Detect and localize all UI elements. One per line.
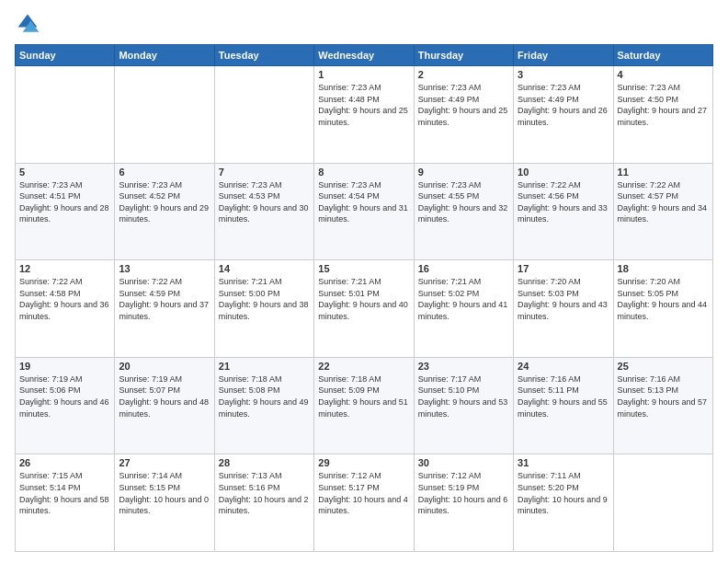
calendar-cell: 16Sunrise: 7:21 AM Sunset: 5:02 PM Dayli… bbox=[414, 260, 513, 358]
day-info: Sunrise: 7:23 AM Sunset: 4:54 PM Dayligh… bbox=[318, 179, 409, 225]
day-info: Sunrise: 7:23 AM Sunset: 4:49 PM Dayligh… bbox=[518, 82, 609, 128]
calendar-cell bbox=[16, 66, 115, 164]
calendar-cell bbox=[115, 66, 214, 164]
calendar-cell: 13Sunrise: 7:22 AM Sunset: 4:59 PM Dayli… bbox=[115, 260, 214, 358]
day-number: 26 bbox=[19, 457, 110, 468]
day-number: 12 bbox=[19, 263, 110, 274]
day-number: 5 bbox=[19, 167, 110, 178]
day-info: Sunrise: 7:14 AM Sunset: 5:15 PM Dayligh… bbox=[119, 470, 210, 516]
day-number: 30 bbox=[418, 457, 509, 468]
calendar-cell: 31Sunrise: 7:11 AM Sunset: 5:20 PM Dayli… bbox=[514, 454, 613, 552]
calendar-cell: 28Sunrise: 7:13 AM Sunset: 5:16 PM Dayli… bbox=[214, 454, 313, 552]
day-info: Sunrise: 7:15 AM Sunset: 5:14 PM Dayligh… bbox=[19, 470, 110, 516]
day-number: 22 bbox=[318, 361, 409, 372]
calendar-cell: 21Sunrise: 7:18 AM Sunset: 5:08 PM Dayli… bbox=[214, 357, 313, 454]
calendar-cell: 9Sunrise: 7:23 AM Sunset: 4:55 PM Daylig… bbox=[414, 163, 513, 260]
day-info: Sunrise: 7:13 AM Sunset: 5:16 PM Dayligh… bbox=[219, 470, 310, 516]
logo bbox=[15, 11, 44, 37]
day-number: 3 bbox=[518, 69, 609, 80]
calendar-week-row: 5Sunrise: 7:23 AM Sunset: 4:51 PM Daylig… bbox=[16, 163, 713, 260]
day-info: Sunrise: 7:12 AM Sunset: 5:19 PM Dayligh… bbox=[418, 470, 509, 516]
calendar-cell: 19Sunrise: 7:19 AM Sunset: 5:06 PM Dayli… bbox=[16, 357, 115, 454]
day-info: Sunrise: 7:22 AM Sunset: 4:56 PM Dayligh… bbox=[518, 179, 609, 225]
calendar-cell: 27Sunrise: 7:14 AM Sunset: 5:15 PM Dayli… bbox=[115, 454, 214, 552]
calendar-cell: 12Sunrise: 7:22 AM Sunset: 4:58 PM Dayli… bbox=[16, 260, 115, 358]
calendar-cell: 4Sunrise: 7:23 AM Sunset: 4:50 PM Daylig… bbox=[613, 66, 712, 164]
day-number: 9 bbox=[418, 167, 509, 178]
day-info: Sunrise: 7:23 AM Sunset: 4:48 PM Dayligh… bbox=[318, 82, 409, 128]
weekday-header-thursday: Thursday bbox=[414, 45, 513, 66]
day-number: 1 bbox=[318, 69, 409, 80]
day-number: 2 bbox=[418, 69, 509, 80]
day-info: Sunrise: 7:19 AM Sunset: 5:07 PM Dayligh… bbox=[119, 373, 210, 419]
day-info: Sunrise: 7:23 AM Sunset: 4:55 PM Dayligh… bbox=[418, 179, 509, 225]
day-number: 29 bbox=[318, 457, 409, 468]
day-number: 7 bbox=[219, 167, 310, 178]
calendar-cell: 23Sunrise: 7:17 AM Sunset: 5:10 PM Dayli… bbox=[414, 357, 513, 454]
day-number: 21 bbox=[219, 361, 310, 372]
calendar-cell: 18Sunrise: 7:20 AM Sunset: 5:05 PM Dayli… bbox=[613, 260, 712, 358]
calendar-cell: 25Sunrise: 7:16 AM Sunset: 5:13 PM Dayli… bbox=[613, 357, 712, 454]
weekday-header-tuesday: Tuesday bbox=[214, 45, 313, 66]
day-info: Sunrise: 7:11 AM Sunset: 5:20 PM Dayligh… bbox=[518, 470, 609, 516]
day-number: 27 bbox=[119, 457, 210, 468]
day-number: 15 bbox=[318, 263, 409, 274]
calendar-cell: 15Sunrise: 7:21 AM Sunset: 5:01 PM Dayli… bbox=[314, 260, 414, 358]
day-info: Sunrise: 7:23 AM Sunset: 4:53 PM Dayligh… bbox=[219, 179, 310, 225]
calendar-week-row: 19Sunrise: 7:19 AM Sunset: 5:06 PM Dayli… bbox=[16, 357, 713, 454]
calendar-cell bbox=[613, 454, 712, 552]
weekday-header-friday: Friday bbox=[514, 45, 613, 66]
calendar-cell: 22Sunrise: 7:18 AM Sunset: 5:09 PM Dayli… bbox=[314, 357, 414, 454]
day-info: Sunrise: 7:16 AM Sunset: 5:13 PM Dayligh… bbox=[618, 373, 709, 419]
day-number: 4 bbox=[618, 69, 709, 80]
calendar-header-row: SundayMondayTuesdayWednesdayThursdayFrid… bbox=[16, 45, 713, 66]
day-info: Sunrise: 7:20 AM Sunset: 5:03 PM Dayligh… bbox=[518, 276, 609, 322]
day-number: 23 bbox=[418, 361, 509, 372]
day-info: Sunrise: 7:22 AM Sunset: 4:59 PM Dayligh… bbox=[119, 276, 210, 322]
calendar-cell: 6Sunrise: 7:23 AM Sunset: 4:52 PM Daylig… bbox=[115, 163, 214, 260]
day-info: Sunrise: 7:18 AM Sunset: 5:08 PM Dayligh… bbox=[219, 373, 310, 419]
day-info: Sunrise: 7:21 AM Sunset: 5:00 PM Dayligh… bbox=[219, 276, 310, 322]
day-info: Sunrise: 7:23 AM Sunset: 4:49 PM Dayligh… bbox=[418, 82, 509, 128]
day-number: 25 bbox=[618, 361, 709, 372]
day-number: 28 bbox=[219, 457, 310, 468]
day-info: Sunrise: 7:12 AM Sunset: 5:17 PM Dayligh… bbox=[318, 470, 409, 516]
day-number: 8 bbox=[318, 167, 409, 178]
day-number: 6 bbox=[119, 167, 210, 178]
calendar-cell: 7Sunrise: 7:23 AM Sunset: 4:53 PM Daylig… bbox=[214, 163, 313, 260]
calendar-week-row: 1Sunrise: 7:23 AM Sunset: 4:48 PM Daylig… bbox=[16, 66, 713, 164]
calendar-cell: 3Sunrise: 7:23 AM Sunset: 4:49 PM Daylig… bbox=[514, 66, 613, 164]
calendar-table: SundayMondayTuesdayWednesdayThursdayFrid… bbox=[15, 44, 713, 552]
day-info: Sunrise: 7:23 AM Sunset: 4:50 PM Dayligh… bbox=[618, 82, 709, 128]
calendar-cell: 1Sunrise: 7:23 AM Sunset: 4:48 PM Daylig… bbox=[314, 66, 414, 164]
day-info: Sunrise: 7:22 AM Sunset: 4:57 PM Dayligh… bbox=[618, 179, 709, 225]
calendar-cell: 30Sunrise: 7:12 AM Sunset: 5:19 PM Dayli… bbox=[414, 454, 513, 552]
weekday-header-sunday: Sunday bbox=[16, 45, 115, 66]
page: SundayMondayTuesdayWednesdayThursdayFrid… bbox=[0, 0, 728, 563]
day-info: Sunrise: 7:23 AM Sunset: 4:51 PM Dayligh… bbox=[19, 179, 110, 225]
calendar-cell: 11Sunrise: 7:22 AM Sunset: 4:57 PM Dayli… bbox=[613, 163, 712, 260]
day-info: Sunrise: 7:21 AM Sunset: 5:01 PM Dayligh… bbox=[318, 276, 409, 322]
day-number: 17 bbox=[518, 263, 609, 274]
calendar-cell bbox=[214, 66, 313, 164]
calendar-week-row: 12Sunrise: 7:22 AM Sunset: 4:58 PM Dayli… bbox=[16, 260, 713, 358]
calendar-cell: 17Sunrise: 7:20 AM Sunset: 5:03 PM Dayli… bbox=[514, 260, 613, 358]
weekday-header-monday: Monday bbox=[115, 45, 214, 66]
day-info: Sunrise: 7:16 AM Sunset: 5:11 PM Dayligh… bbox=[518, 373, 609, 419]
calendar-cell: 20Sunrise: 7:19 AM Sunset: 5:07 PM Dayli… bbox=[115, 357, 214, 454]
day-number: 31 bbox=[518, 457, 609, 468]
day-info: Sunrise: 7:18 AM Sunset: 5:09 PM Dayligh… bbox=[318, 373, 409, 419]
day-info: Sunrise: 7:23 AM Sunset: 4:52 PM Dayligh… bbox=[119, 179, 210, 225]
header bbox=[15, 11, 713, 37]
day-info: Sunrise: 7:22 AM Sunset: 4:58 PM Dayligh… bbox=[19, 276, 110, 322]
calendar-cell: 5Sunrise: 7:23 AM Sunset: 4:51 PM Daylig… bbox=[16, 163, 115, 260]
day-number: 10 bbox=[518, 167, 609, 178]
calendar-cell: 29Sunrise: 7:12 AM Sunset: 5:17 PM Dayli… bbox=[314, 454, 414, 552]
calendar-week-row: 26Sunrise: 7:15 AM Sunset: 5:14 PM Dayli… bbox=[16, 454, 713, 552]
day-info: Sunrise: 7:17 AM Sunset: 5:10 PM Dayligh… bbox=[418, 373, 509, 419]
day-number: 18 bbox=[618, 263, 709, 274]
calendar-cell: 14Sunrise: 7:21 AM Sunset: 5:00 PM Dayli… bbox=[214, 260, 313, 358]
calendar-cell: 10Sunrise: 7:22 AM Sunset: 4:56 PM Dayli… bbox=[514, 163, 613, 260]
calendar-cell: 8Sunrise: 7:23 AM Sunset: 4:54 PM Daylig… bbox=[314, 163, 414, 260]
logo-icon bbox=[15, 11, 40, 37]
